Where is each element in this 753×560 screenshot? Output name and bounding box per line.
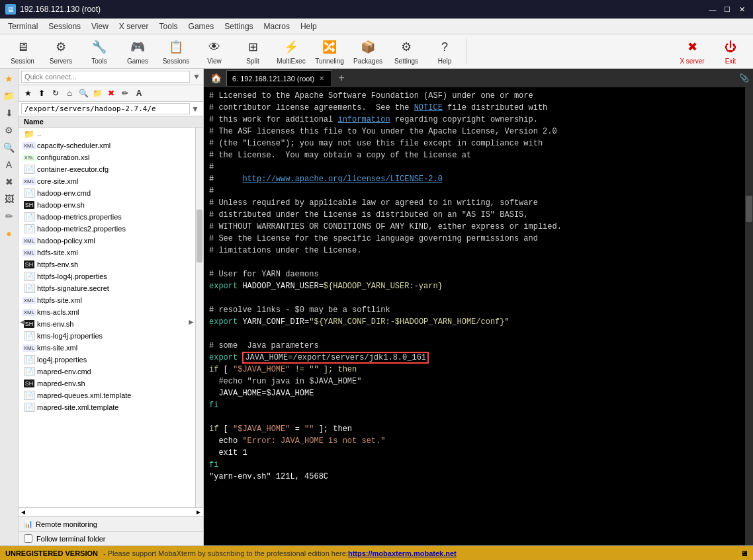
packages-icon: 📦 [359, 38, 377, 56]
toolbar-multiexec[interactable]: ⚡ MultiExec [273, 37, 310, 66]
file-tb-delete[interactable]: ✖ [105, 87, 118, 100]
sidebar-gear-icon[interactable]: ⚙ [2, 123, 17, 138]
file-list-item[interactable]: 📄log4j.properties [19, 354, 195, 366]
menu-xserver[interactable]: X server [114, 20, 154, 32]
sidebar-download-icon[interactable]: ⬇ [2, 106, 17, 120]
file-list-item[interactable]: XMLcapacity-scheduler.xml [19, 140, 195, 151]
toolbar-help[interactable]: ? Help [426, 37, 463, 66]
sidebar-orange-icon[interactable]: ● [2, 226, 17, 241]
menu-sessions[interactable]: Sessions [43, 20, 86, 32]
tab-home-button[interactable]: 🏠 [206, 70, 225, 86]
scroll-left-arrow[interactable]: ◄ [20, 508, 26, 516]
toolbar-sessions[interactable]: 📋 Sessions [157, 37, 195, 66]
file-name: mapred-queues.xml.template [37, 391, 131, 399]
toolbar-exit[interactable]: ⏻ Exit [712, 37, 749, 66]
status-link[interactable]: https://mobaxterm.mobatek.net [348, 549, 457, 557]
toolbar-session[interactable]: 🖥 Session [4, 37, 41, 66]
toolbar-packages[interactable]: 📦 Packages [349, 37, 386, 66]
file-icon: XML [24, 307, 34, 317]
menu-view[interactable]: View [86, 20, 114, 32]
file-list-item[interactable]: SHmapred-env.sh [19, 378, 195, 389]
file-list-item[interactable]: XMLhttpfs-site.xml [19, 294, 195, 306]
scroll-right-button[interactable]: ► [187, 317, 195, 327]
file-list-item[interactable]: SHkms-env.sh [19, 318, 195, 330]
file-tb-star[interactable]: ★ [21, 87, 34, 100]
file-list-item[interactable]: 📄mapred-env.cmd [19, 366, 195, 378]
maximize-button[interactable]: ☐ [721, 3, 733, 15]
menu-help[interactable]: Help [295, 20, 322, 32]
file-list-item[interactable]: XMLhdfs-site.xml [19, 247, 195, 259]
sidebar-search-icon[interactable]: 🔍 [2, 140, 17, 155]
toolbar-settings[interactable]: ⚙ Settings [388, 37, 425, 66]
toolbar-tunneling[interactable]: 🔀 Tunneling [311, 37, 348, 66]
file-tb-up[interactable]: ⬆ [35, 87, 48, 100]
sidebar-star-icon[interactable]: ★ [2, 71, 17, 86]
terminal-output[interactable]: # Licensed to the Apache Software Founda… [204, 87, 745, 545]
quick-connect-input[interactable] [21, 71, 190, 83]
file-icon: XML [24, 342, 34, 353]
terminal-scroll-thumb[interactable] [746, 196, 752, 222]
toolbar-view[interactable]: 👁 View [196, 37, 233, 66]
sidebar-img-icon[interactable]: 🖼 [2, 192, 17, 206]
toolbar-split[interactable]: ⊞ Split [234, 37, 271, 66]
tab-add-button[interactable]: + [333, 70, 349, 86]
file-list-item[interactable]: 📄hadoop-metrics2.properties [19, 223, 195, 235]
file-list-item[interactable]: 📁.. [19, 128, 195, 140]
file-tb-edit[interactable]: ✏ [118, 87, 132, 100]
window-title: 192.168.121.130 (root) [20, 5, 101, 14]
file-panel: ▼ ★ ⬆ ↻ ⌂ 🔍 📁 ✖ ✏ A ▼ Name ◄ ► [19, 69, 204, 545]
scroll-right-arrow[interactable]: ► [195, 508, 202, 516]
file-list-item[interactable]: 📄httpfs-signature.secret [19, 282, 195, 294]
follow-terminal-checkbox[interactable] [24, 534, 32, 543]
menu-macros[interactable]: Macros [259, 20, 295, 32]
toolbar-servers[interactable]: ⚙ Servers [42, 37, 79, 66]
file-name: kms-site.xml [37, 344, 77, 352]
file-list-item[interactable]: SHhadoop-env.sh [19, 199, 195, 211]
file-list-item[interactable]: SHhttpfs-env.sh [19, 259, 195, 270]
scroll-left-button[interactable]: ◄ [19, 317, 26, 327]
file-list-scrollbar[interactable] [195, 128, 203, 507]
file-name: kms-acls.xml [37, 308, 79, 316]
menu-terminal[interactable]: Terminal [3, 20, 43, 32]
remote-monitoring-button[interactable]: 📊 Remote monitoring [19, 516, 203, 531]
tab-session[interactable]: 6. 192.168.121.130 (root) ✕ [226, 70, 332, 86]
close-button[interactable]: ✕ [736, 3, 748, 15]
sidebar-edit-icon[interactable]: ✏ [2, 209, 17, 223]
file-list-item[interactable]: 📄kms-log4j.properties [19, 330, 195, 342]
file-list-item[interactable]: XMLkms-site.xml [19, 342, 195, 354]
toolbar-help-label: Help [438, 58, 452, 65]
menu-tools[interactable]: Tools [154, 20, 183, 32]
sidebar-folder-icon[interactable]: 📁 [2, 89, 17, 103]
file-list-item[interactable]: 📄httpfs-log4j.properties [19, 270, 195, 282]
path-input[interactable] [21, 103, 190, 114]
tab-close-button[interactable]: ✕ [317, 74, 326, 83]
file-list-item[interactable]: XSLconfiguration.xsl [19, 151, 195, 163]
attachment-icon[interactable]: 📎 [737, 70, 750, 86]
toolbar-tools[interactable]: 🔧 Tools [81, 37, 118, 66]
file-list-item[interactable]: 📄container-executor.cfg [19, 163, 195, 175]
file-list-item[interactable]: 📄mapred-site.xml.template [19, 401, 195, 413]
minimize-button[interactable]: — [707, 3, 719, 15]
file-list-item[interactable]: 📄mapred-queues.xml.template [19, 389, 195, 401]
file-icon: 📄 [24, 402, 34, 413]
file-list-item[interactable]: 📄hadoop-env.cmd [19, 187, 195, 199]
toolbar-xserver[interactable]: ✖ X server [674, 37, 711, 66]
sidebar-x-icon[interactable]: ✖ [2, 175, 17, 189]
terminal-scrollbar[interactable] [745, 87, 753, 545]
file-tb-refresh[interactable]: ↻ [49, 87, 62, 100]
sidebar-text-icon[interactable]: A [2, 157, 17, 172]
menu-games[interactable]: Games [183, 20, 220, 32]
file-list-item[interactable]: XMLhadoop-policy.xml [19, 235, 195, 247]
file-list-item[interactable]: XMLcore-site.xml [19, 175, 195, 187]
file-tb-find[interactable]: 🔍 [77, 87, 90, 100]
file-icon: 📄 [24, 271, 34, 282]
menu-settings[interactable]: Settings [219, 20, 258, 32]
file-list-item[interactable]: XMLkms-acls.xml [19, 306, 195, 318]
file-tb-home[interactable]: ⌂ [63, 87, 76, 100]
file-tb-text[interactable]: A [132, 87, 146, 100]
path-dropdown-arrow[interactable]: ▼ [190, 104, 200, 114]
file-tb-new-folder[interactable]: 📁 [91, 87, 104, 100]
file-list-item[interactable]: 📄hadoop-metrics.properties [19, 211, 195, 223]
quick-connect-arrow[interactable]: ▼ [193, 72, 200, 81]
toolbar-games[interactable]: 🎮 Games [119, 37, 156, 66]
